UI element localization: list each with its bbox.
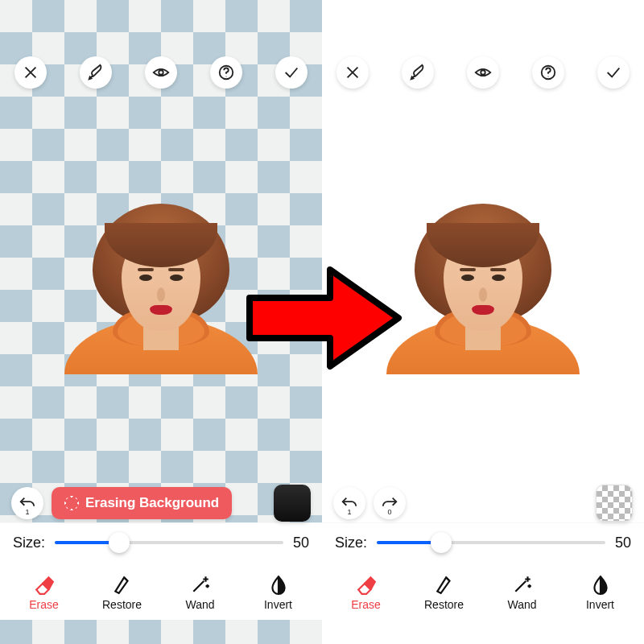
brush-button[interactable] [402,56,434,89]
slider-thumb[interactable] [109,532,130,553]
eye-icon [152,64,170,81]
size-label: Size: [13,535,45,551]
check-icon [605,64,622,81]
after-pane: 1 0 Size: 50 Erase [322,0,644,644]
before-pane: 1 Erasing Background Size: 50 Erase [0,0,322,644]
check-icon [283,64,300,81]
tab-label: Erase [29,598,59,611]
tab-label: Invert [264,598,292,611]
tab-label: Invert [586,598,614,611]
tab-invert[interactable]: Invert [246,574,311,611]
tab-label: Restore [102,598,142,611]
size-slider[interactable] [55,533,283,552]
svg-point-3 [481,70,485,75]
status-text: Erasing Background [85,495,219,511]
tab-wand[interactable]: Wand [490,574,555,611]
tab-label: Erase [351,598,381,611]
slider-thumb[interactable] [431,532,452,553]
tab-restore[interactable]: Restore [90,574,155,611]
help-button[interactable] [210,56,242,89]
eye-icon [474,64,492,81]
invert-icon [590,574,611,595]
top-toolbar [322,56,644,89]
subject-portrait [64,197,258,374]
canvas-controls: 1 0 [322,485,644,522]
svg-point-0 [159,70,163,75]
tool-tabs: Erase Restore Wand Invert [0,562,322,620]
undo-button[interactable]: 1 [11,487,43,519]
subject-portrait [386,197,580,374]
spinner-icon [64,496,79,510]
background-swatch[interactable] [596,485,633,522]
size-row: Size: 50 [322,522,644,562]
tab-wand[interactable]: Wand [168,574,233,611]
restore-icon [434,574,455,595]
close-button[interactable] [14,56,47,89]
size-value: 50 [615,535,631,551]
wand-icon [512,574,533,595]
svg-point-5 [547,76,548,76]
size-label: Size: [335,535,367,551]
wand-icon [190,574,211,595]
brush-icon [87,64,105,81]
undo-count: 1 [347,508,351,516]
size-value: 50 [293,535,309,551]
canvas-controls: 1 Erasing Background [0,485,322,522]
brush-icon [409,64,427,81]
tab-erase[interactable]: Erase [12,574,76,611]
help-icon [217,64,235,81]
size-slider[interactable] [377,533,605,552]
tab-label: Wand [507,598,536,611]
tab-erase[interactable]: Erase [334,574,398,611]
preview-button[interactable] [145,56,177,89]
preview-button[interactable] [467,56,499,89]
status-pill: Erasing Background [52,487,232,519]
undo-count: 1 [25,508,29,516]
restore-icon [112,574,133,595]
undo-button[interactable]: 1 [333,487,365,519]
tab-invert[interactable]: Invert [568,574,633,611]
confirm-button[interactable] [275,56,308,89]
erase-icon [34,574,55,595]
redo-count: 0 [387,508,391,516]
size-row: Size: 50 [0,522,322,562]
brush-button[interactable] [80,56,112,89]
close-icon [344,64,361,81]
tab-restore[interactable]: Restore [412,574,477,611]
help-button[interactable] [532,56,564,89]
tab-label: Wand [185,598,214,611]
background-swatch[interactable] [274,485,311,522]
redo-button[interactable]: 0 [374,487,406,519]
close-icon [22,64,39,81]
svg-point-2 [225,76,226,76]
top-toolbar [0,56,322,89]
tab-label: Restore [424,598,464,611]
help-icon [539,64,557,81]
invert-icon [268,574,289,595]
erase-icon [356,574,377,595]
confirm-button[interactable] [597,56,630,89]
close-button[interactable] [336,56,369,89]
tool-tabs: Erase Restore Wand Invert [322,562,644,620]
